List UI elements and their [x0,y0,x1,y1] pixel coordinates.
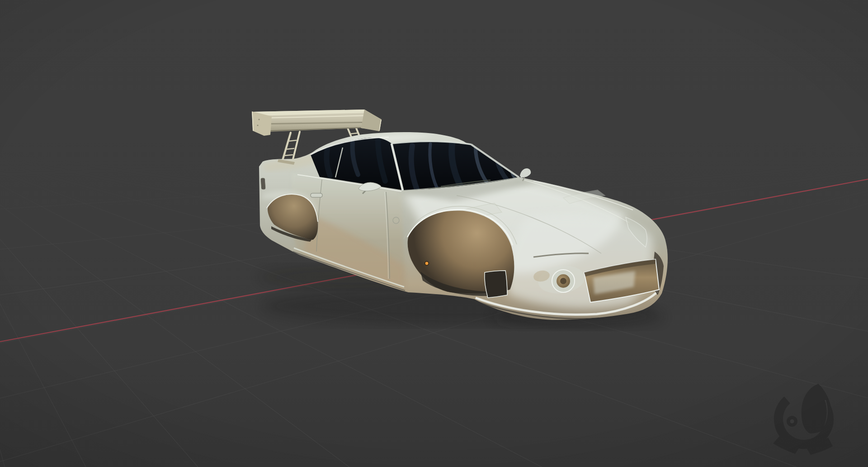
scene-svg [0,0,868,467]
door-handle [311,193,322,197]
wing-rivet [257,124,258,126]
bumper-side-vent [485,271,507,298]
object-origin-dot[interactable] [425,262,429,265]
quarter-vent [260,178,266,190]
helmet-mic-hole [790,419,794,424]
headlight-center [560,278,566,284]
wing-rivet [258,119,259,120]
3d-viewport[interactable] [0,0,868,467]
